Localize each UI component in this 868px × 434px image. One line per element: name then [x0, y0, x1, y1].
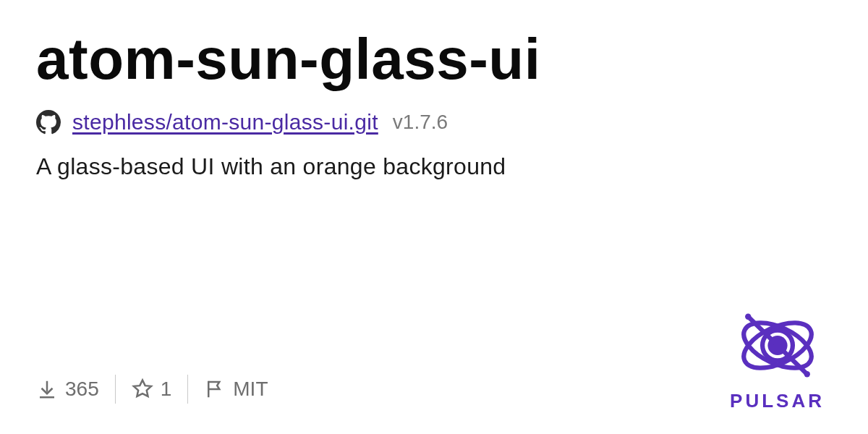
stars-count: 1 [161, 378, 172, 401]
package-title: atom-sun-glass-ui [36, 29, 832, 90]
version-label: v1.7.6 [393, 111, 448, 134]
repo-row: stephless/atom-sun-glass-ui.git v1.7.6 [36, 110, 832, 135]
pulsar-icon [731, 304, 825, 387]
license-label: MIT [233, 378, 268, 401]
star-icon [132, 378, 153, 400]
separator [115, 375, 116, 404]
download-icon [36, 378, 58, 400]
downloads-stat: 365 [36, 378, 99, 401]
separator [187, 375, 188, 404]
brand-name: PULSAR [730, 390, 825, 412]
stars-stat: 1 [132, 378, 172, 401]
flag-icon [204, 378, 226, 400]
svg-point-6 [804, 371, 809, 377]
repo-link[interactable]: stephless/atom-sun-glass-ui.git [72, 110, 378, 135]
package-card: atom-sun-glass-ui stephless/atom-sun-gla… [0, 0, 868, 434]
license-stat: MIT [204, 378, 268, 401]
svg-point-5 [745, 314, 751, 320]
brand-logo: PULSAR [730, 304, 825, 412]
package-description: A glass-based UI with an orange backgrou… [36, 153, 832, 180]
github-icon [36, 110, 61, 135]
stats-row: 365 1 MIT [36, 375, 268, 404]
downloads-count: 365 [65, 378, 99, 401]
